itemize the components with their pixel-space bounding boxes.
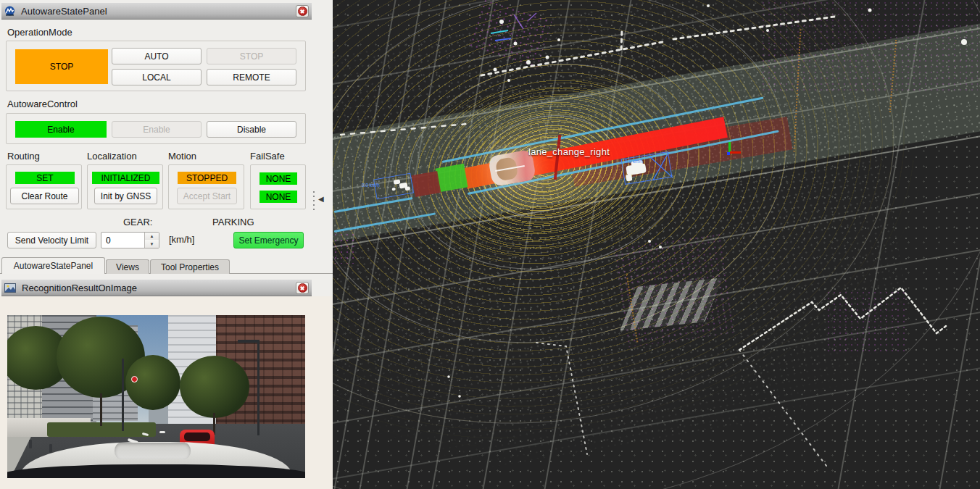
gear-value: PARKING (212, 217, 254, 227)
operation-mode-label: OperationMode (7, 27, 72, 38)
tf-axis-origin (727, 152, 730, 155)
recognition-image-panel (0, 296, 333, 489)
windshield-frame (7, 464, 305, 478)
mrm-state-badge: NONE (259, 172, 297, 185)
failsafe-group: NONE NONE (250, 164, 306, 209)
tree-trunk (100, 393, 102, 426)
accept-start-button[interactable]: Accept Start (177, 188, 237, 204)
motion-label: Motion (168, 151, 196, 162)
close-icon (298, 283, 307, 293)
lamp-pole (122, 359, 124, 431)
localization-label: Localization (87, 151, 137, 162)
failsafe-label: FailSafe (250, 151, 285, 162)
object-points (404, 186, 410, 191)
lead-vehicle-window (184, 432, 210, 440)
tab-views[interactable]: Views (106, 259, 149, 274)
mrm-behavior-badge: NONE (259, 191, 297, 203)
localization-status-badge: INITIALIZED (92, 172, 159, 184)
rviz-3d-viewport[interactable]: 0.0 km/h 0.0 km/h lane_change_right (333, 0, 980, 489)
gear-label: GEAR: (123, 217, 152, 227)
lamp-arm (238, 340, 259, 343)
tracked-object-front-label: 0.0 km/h (625, 159, 643, 164)
close-state-panel-button[interactable] (296, 5, 309, 17)
spin-down-icon[interactable]: ▼ (144, 240, 159, 248)
dock-tabbar: AutowareStatePanel Views Tool Properties (0, 256, 333, 274)
recognition-panel-title: RecognitionResultOnImage (22, 283, 137, 293)
control-enable-button[interactable]: Enable (112, 121, 202, 138)
ego-hood-vent (115, 443, 191, 459)
stop-mode-button[interactable]: STOP (207, 48, 296, 64)
lane-marking (159, 431, 165, 433)
tab-tool-properties[interactable]: Tool Properties (150, 259, 230, 274)
close-icon (298, 7, 307, 16)
state-panel-titlebar[interactable]: AutowareStatePanel (1, 3, 312, 20)
collapse-arrow-icon[interactable]: ◀ (318, 195, 324, 203)
tab-autoware-state-panel[interactable]: AutowareStatePanel (1, 257, 105, 274)
object-points (626, 174, 632, 181)
road-sign (131, 376, 138, 383)
autoware-logo-icon (4, 6, 15, 17)
lamp-pole (257, 340, 259, 435)
auto-mode-button[interactable]: AUTO (112, 48, 202, 64)
state-panel-title: AutowareStatePanel (21, 6, 107, 17)
object-points (391, 188, 396, 191)
bollard (29, 440, 32, 448)
remote-mode-button[interactable]: REMOTE (207, 69, 296, 85)
routing-label: Routing (7, 151, 40, 162)
routing-group: SET Clear Route (6, 164, 82, 209)
bollard (49, 444, 52, 453)
set-emergency-button[interactable]: Set Emergency (233, 232, 304, 248)
image-icon (4, 283, 16, 293)
tree (125, 355, 180, 410)
tracked-object-rear-label: 0.0 km/h (362, 183, 380, 188)
init-by-gnss-button[interactable]: Init by GNSS (94, 188, 157, 204)
operation-mode-group: STOP AUTO STOP LOCAL REMOTE (6, 41, 306, 91)
operation-mode-current-state: STOP (15, 49, 108, 84)
splitter-handle[interactable] (313, 191, 315, 213)
control-disable-button[interactable]: Disable (207, 121, 296, 138)
clear-route-button[interactable]: Clear Route (10, 188, 79, 204)
close-recognition-panel-button[interactable] (296, 282, 309, 294)
motion-group: STOPPED Accept Start (168, 164, 244, 209)
velocity-limit-spinbox: ▲ ▼ (101, 232, 159, 248)
tree (180, 356, 249, 418)
dock-area: AutowareStatePanel OperationMode STOP AU… (0, 0, 333, 489)
routing-status-badge: SET (15, 172, 75, 184)
building-outline-pointcloud (333, 0, 980, 489)
velocity-unit-label: [km/h] (169, 234, 194, 245)
tf-axis-x (730, 151, 741, 154)
localization-group: INITIALIZED Init by GNSS (87, 164, 163, 209)
path-annotation-label: lane_change_right (528, 146, 610, 157)
autoware-control-label: AutowareControl (7, 99, 78, 109)
recognition-panel-titlebar[interactable]: RecognitionResultOnImage (1, 280, 312, 296)
motion-status-badge: STOPPED (178, 172, 236, 184)
camera-image (7, 315, 305, 478)
local-mode-button[interactable]: LOCAL (112, 69, 202, 85)
autoware-control-current-state: Enable (15, 121, 107, 138)
velocity-limit-input[interactable] (101, 233, 145, 248)
send-velocity-limit-button[interactable]: Send Velocity Limit (7, 232, 96, 248)
autoware-control-group: Enable Enable Disable (6, 113, 306, 144)
